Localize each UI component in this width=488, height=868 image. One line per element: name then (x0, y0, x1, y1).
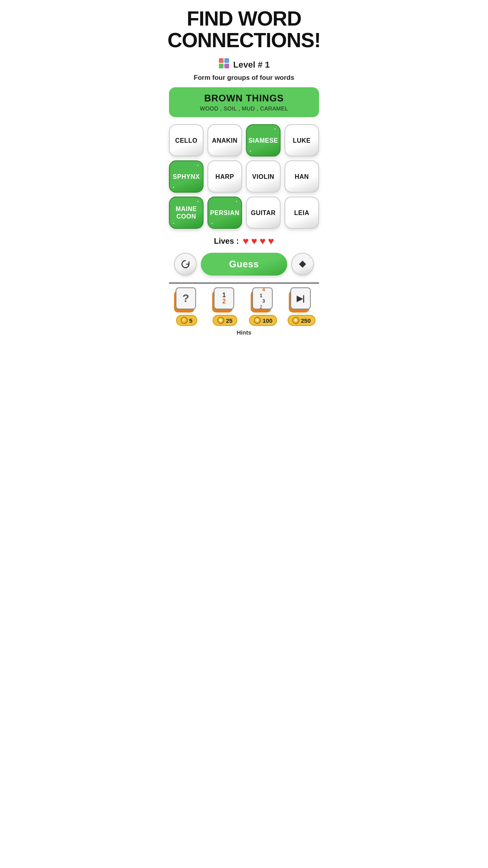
level-icon (218, 58, 229, 72)
shuffle-button[interactable] (174, 253, 197, 276)
tile-2[interactable]: SIAMESE (246, 124, 281, 156)
heart-1: ♥ (243, 235, 249, 247)
tile-0[interactable]: CELLO (169, 124, 204, 156)
svg-rect-1 (224, 58, 229, 63)
hint-swap-cost: ★ 25 (213, 315, 237, 326)
hint-reveal-cost: 5 (176, 315, 197, 326)
hint-swap[interactable]: 1 2 ★ 25 (207, 287, 243, 326)
word-grid: CELLOANAKINSIAMESELUKESPHYNXHARPVIOLINHA… (169, 124, 319, 229)
guess-button[interactable]: Guess (201, 253, 287, 276)
heart-3: ♥ (260, 235, 266, 247)
hint-reveal[interactable]: ? 5 (169, 287, 204, 326)
hints-label: Hints (169, 329, 319, 336)
tile-9[interactable]: PERSIAN (207, 197, 242, 229)
erase-button[interactable] (291, 253, 314, 276)
coin-star-icon-2: ★ (254, 317, 261, 324)
tile-8[interactable]: MAINE COON (169, 197, 204, 229)
hint-arrange[interactable]: 4 1 3 2 ★ 100 (246, 287, 281, 326)
page-title: FIND WORD CONNECTIONS! (167, 8, 321, 51)
tile-3[interactable]: LUKE (284, 124, 319, 156)
tile-4[interactable]: SPHYNX (169, 160, 204, 193)
coin-icon (181, 317, 188, 324)
svg-rect-2 (219, 64, 224, 68)
hint-skip[interactable]: ▶| ★ 250 (284, 287, 319, 326)
level-row: Level # 1 (218, 58, 270, 72)
hint-skip-icon: ▶| (290, 287, 311, 309)
lives-row: Lives : ♥ ♥ ♥ ♥ (214, 235, 274, 247)
tile-7[interactable]: HAN (284, 160, 319, 193)
svg-rect-3 (224, 64, 229, 68)
tile-10[interactable]: GUITAR (246, 197, 281, 229)
svg-rect-0 (219, 58, 224, 63)
hint-arrange-icon: 4 1 3 2 (252, 287, 273, 309)
coin-star-icon-3: ★ (292, 317, 299, 324)
solved-banner-title: BROWN THINGS (175, 93, 313, 104)
lives-label: Lives : (214, 237, 238, 246)
heart-4: ♥ (268, 235, 274, 247)
hint-reveal-icon: ? (176, 287, 196, 309)
tile-1[interactable]: ANAKIN (207, 124, 242, 156)
hints-section: ? 5 1 2 ★ 25 (169, 283, 319, 336)
hint-skip-cost: ★ 250 (288, 315, 316, 326)
solved-banner: BROWN THINGS WOOD , SOIL , MUD , CARAMEL (169, 87, 319, 117)
hint-arrange-cost: ★ 100 (249, 315, 277, 326)
tile-11[interactable]: LEIA (284, 197, 319, 229)
level-label: Level # 1 (233, 60, 270, 70)
instruction-text: Form four groups of four words (194, 74, 294, 82)
hearts-container: ♥ ♥ ♥ ♥ (243, 235, 274, 247)
hints-grid: ? 5 1 2 ★ 25 (169, 287, 319, 326)
tile-6[interactable]: VIOLIN (246, 160, 281, 193)
coin-star-icon: ★ (217, 317, 224, 324)
hint-swap-icon: 1 2 (214, 287, 234, 309)
heart-2: ♥ (251, 235, 257, 247)
tile-5[interactable]: HARP (207, 160, 242, 193)
action-row: Guess (169, 253, 319, 276)
solved-banner-words: WOOD , SOIL , MUD , CARAMEL (175, 105, 313, 112)
